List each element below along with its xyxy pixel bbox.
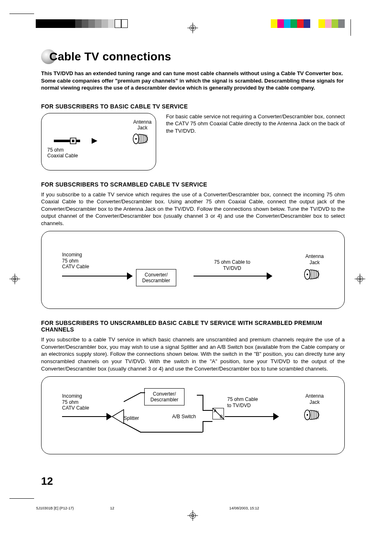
- print-colorbar-grayscale: [36, 19, 128, 28]
- page-title: Cable TV connections: [49, 50, 171, 63]
- arrow-line: [194, 276, 267, 276]
- arrow-line: [225, 416, 274, 417]
- section3-body: If you subscribe to a cable TV service i…: [41, 336, 345, 372]
- converter-box: Converter/ Descrambler: [136, 269, 176, 286]
- footer-page: 12: [110, 506, 229, 510]
- arrow-line: [62, 416, 107, 417]
- label-antenna-jack: Antenna Jack: [305, 253, 324, 265]
- line: [203, 395, 203, 410]
- arrow-head-icon: [127, 272, 133, 281]
- antenna-jack-icon: [133, 133, 149, 147]
- intro-paragraph: This TV/DVD has an extended tuning range…: [41, 70, 345, 92]
- svg-rect-26: [76, 140, 80, 142]
- line: [124, 423, 141, 433]
- svg-point-41: [307, 274, 308, 275]
- crop-mark: [9, 498, 34, 499]
- page-number: 12: [41, 475, 53, 488]
- registration-mark-icon: [355, 274, 365, 284]
- line: [141, 392, 145, 393]
- arrow-head-icon: [267, 272, 272, 281]
- svg-point-53: [307, 414, 308, 416]
- ab-switch-icon: A B: [212, 408, 224, 419]
- label-ab-switch: A/B Switch: [172, 414, 196, 419]
- line: [203, 421, 212, 422]
- line: [197, 395, 203, 396]
- svg-marker-51: [273, 413, 279, 420]
- antenna-jack-icon: [304, 268, 321, 282]
- label-cable-to-tv: 75 ohm Cable to TV/DVD: [227, 396, 258, 408]
- svg-marker-38: [127, 272, 133, 280]
- registration-mark-icon: [187, 510, 198, 521]
- diagram-splitter: Incoming 75 ohm CATV Cable Splitter Conv…: [41, 376, 345, 454]
- line: [203, 421, 203, 432]
- svg-rect-24: [54, 140, 70, 142]
- page-content: Cable TV connections This TV/DVD has an …: [41, 49, 345, 454]
- splitter-icon: [112, 409, 125, 426]
- converter-box: Converter/ Descrambler: [144, 388, 184, 405]
- svg-marker-49: [112, 410, 124, 424]
- label-cable-to-tv: 75 ohm Cable to TV/DVD: [214, 259, 250, 271]
- section2-body: If you subscribe to a cable TV service w…: [41, 191, 345, 227]
- section3-heading: FOR SUBSCRIBERS TO UNSCRAMBLED BASIC CAB…: [41, 320, 345, 333]
- arrow-icon: [92, 137, 102, 146]
- line: [141, 432, 203, 433]
- page-title-row: Cable TV connections: [41, 49, 345, 64]
- section1-text: For basic cable service not requiring a …: [166, 113, 345, 166]
- registration-mark-icon: [187, 23, 198, 33]
- registration-mark-icon: [9, 274, 20, 284]
- label-antenna-jack: Antenna Jack: [133, 119, 152, 131]
- label-incoming: Incoming 75 ohm CATV Cable: [62, 252, 89, 269]
- print-colorbar-color: [271, 19, 345, 28]
- svg-marker-48: [106, 413, 112, 420]
- section1-heading: FOR SUBSCRIBERS TO BASIC CABLE TV SERVIC…: [41, 103, 345, 110]
- diagram-basic: Antenna Jack: [41, 113, 156, 170]
- section2-heading: FOR SUBSCRIBERS TO SCRAMBLED CABLE TV SE…: [41, 181, 345, 188]
- label-incoming: Incoming 75 ohm CATV Cable: [62, 393, 89, 411]
- svg-marker-28: [92, 138, 97, 144]
- crop-mark: [9, 14, 34, 14]
- diagram-scrambled: Incoming 75 ohm CATV Cable Converter/ De…: [41, 231, 345, 309]
- arrow-line: [62, 276, 128, 276]
- label-a: A: [214, 408, 217, 413]
- line: [203, 410, 212, 411]
- footer: 5J10301B [E] (P12-17) 12 14/08/2003, 15:…: [36, 506, 351, 510]
- label-antenna-jack: Antenna Jack: [305, 393, 324, 405]
- svg-rect-27: [72, 140, 74, 142]
- section1-row: Antenna Jack: [41, 113, 345, 170]
- footer-datetime: 14/08/2003, 15:12: [229, 506, 351, 510]
- label-splitter: Splitter: [124, 415, 139, 421]
- svg-point-31: [135, 138, 137, 140]
- arrow-head-icon: [273, 413, 279, 422]
- footer-doc-id: 5J10301B [E] (P12-17): [36, 506, 110, 510]
- crop-mark: [350, 19, 351, 36]
- line: [124, 392, 141, 402]
- label-b: B: [220, 414, 223, 419]
- arrow-head-icon: [106, 413, 112, 422]
- label-coax-cable: 75 ohm Coaxial Cable: [47, 147, 78, 159]
- antenna-jack-icon: [304, 409, 321, 423]
- svg-marker-39: [267, 272, 272, 280]
- coax-plug-icon: [54, 137, 91, 146]
